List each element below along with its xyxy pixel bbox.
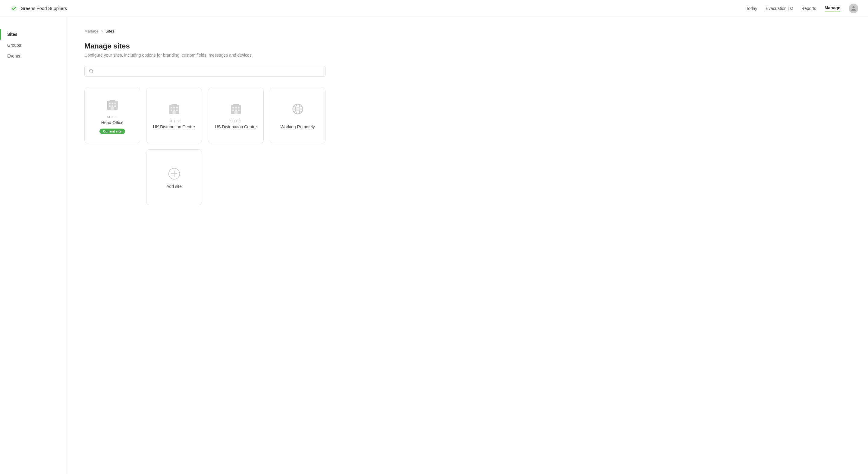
site2-label: SITE 2 (168, 119, 180, 123)
sites-grid: SITE 1 Head Office Current site SITE (84, 88, 350, 143)
svg-rect-20 (171, 104, 177, 106)
add-site-row: Add site (84, 149, 850, 205)
search-bar (84, 66, 326, 77)
breadcrumb-current: Sites (105, 29, 114, 33)
svg-rect-13 (170, 107, 173, 108)
breadcrumb-parent[interactable]: Manage (84, 29, 98, 33)
search-input[interactable] (96, 69, 321, 74)
site3-label: SITE 3 (230, 119, 241, 123)
svg-rect-10 (111, 107, 114, 110)
building-icon-us (229, 102, 243, 116)
building-icon (106, 98, 119, 111)
svg-rect-26 (235, 110, 237, 111)
current-site-badge: Current site (99, 129, 125, 134)
site-card-remote[interactable]: SITE Working Remotely (270, 88, 326, 143)
site4-name: Working Remotely (280, 124, 315, 130)
svg-rect-5 (112, 102, 113, 104)
logo-text: Greens Food Suppliers (21, 6, 67, 11)
svg-rect-19 (173, 111, 176, 114)
page-title: Manage sites (84, 42, 850, 50)
site-card-head-office[interactable]: SITE 1 Head Office Current site (84, 88, 140, 143)
breadcrumb-separator: > (101, 29, 103, 33)
page-container: Sites Groups Events Manage > Sites Manag… (0, 17, 868, 474)
svg-rect-16 (170, 110, 173, 111)
user-avatar[interactable] (849, 4, 858, 13)
svg-rect-11 (110, 100, 115, 101)
svg-rect-24 (238, 107, 240, 108)
main-content: Manage > Sites Manage sites Configure yo… (66, 17, 868, 474)
search-icon (89, 69, 93, 74)
svg-rect-22 (232, 107, 234, 108)
sidebar-label-sites: Sites (7, 32, 17, 37)
svg-rect-27 (238, 110, 240, 111)
sidebar: Sites Groups Events (0, 17, 66, 474)
navbar: Greens Food Suppliers Today Evacuation l… (0, 0, 868, 17)
globe-icon (291, 102, 304, 116)
nav-evacuation[interactable]: Evacuation list (766, 6, 793, 11)
sidebar-item-sites[interactable]: Sites (0, 29, 66, 40)
site-card-uk[interactable]: SITE 2 UK Distribution Centre (146, 88, 202, 143)
page-description: Configure your sites, including options … (84, 53, 850, 58)
svg-rect-25 (232, 110, 234, 111)
site1-label: SITE 1 (107, 115, 118, 118)
nav-reports[interactable]: Reports (801, 6, 816, 11)
breadcrumb: Manage > Sites (84, 29, 850, 33)
add-site-card[interactable]: Add site (146, 149, 202, 205)
svg-rect-17 (173, 110, 175, 111)
site2-name: UK Distribution Centre (153, 124, 195, 130)
sidebar-item-groups[interactable]: Groups (0, 40, 66, 50)
nav-links: Today Evacuation list Reports Manage (746, 4, 858, 13)
svg-rect-8 (112, 105, 113, 107)
site-card-us[interactable]: SITE 3 US Distribution Centre (208, 88, 264, 143)
logo-icon (10, 4, 18, 13)
building-icon-uk (167, 102, 181, 116)
svg-rect-28 (234, 111, 238, 114)
svg-line-1 (92, 72, 93, 73)
svg-rect-6 (114, 102, 116, 104)
site1-name: Head Office (101, 120, 124, 126)
svg-rect-23 (235, 107, 237, 108)
svg-rect-9 (114, 105, 116, 107)
nav-manage[interactable]: Manage (825, 5, 840, 11)
nav-today[interactable]: Today (746, 6, 757, 11)
add-site-label: Add site (166, 184, 182, 189)
svg-rect-7 (109, 105, 111, 107)
site3-name: US Distribution Centre (215, 124, 257, 130)
svg-rect-18 (176, 110, 178, 111)
add-site-icon (167, 167, 181, 180)
svg-rect-29 (233, 104, 239, 106)
sidebar-label-groups: Groups (7, 43, 21, 47)
svg-rect-15 (176, 107, 178, 108)
sidebar-label-events: Events (7, 54, 20, 59)
svg-rect-4 (109, 102, 111, 104)
svg-rect-14 (173, 107, 175, 108)
logo[interactable]: Greens Food Suppliers (10, 4, 67, 13)
sidebar-item-events[interactable]: Events (0, 50, 66, 61)
